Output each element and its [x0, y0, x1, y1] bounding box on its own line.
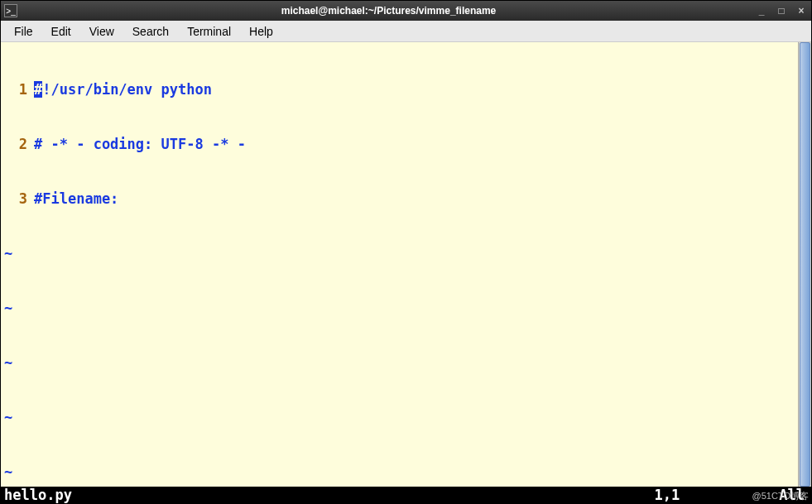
vertical-scrollbar[interactable] [798, 42, 811, 487]
line-number: 3 [1, 190, 34, 208]
line-text: !/usr/bin/env python [42, 81, 212, 98]
maximize-button[interactable]: □ [775, 4, 788, 17]
code-line: 1 #!/usr/bin/env python [1, 80, 798, 98]
menu-file[interactable]: File [6, 22, 41, 41]
cursor: # [34, 81, 42, 98]
watermark: @51CTO博客 [752, 490, 809, 502]
empty-line-marker: ~ [1, 299, 798, 317]
window-title: michael@michael:~/Pictures/vimme_filenam… [22, 5, 755, 17]
empty-line-marker: ~ [1, 353, 798, 372]
line-number: 1 [1, 80, 34, 98]
menu-help[interactable]: Help [241, 22, 281, 41]
close-button[interactable]: × [795, 4, 808, 17]
empty-line-marker: ~ [1, 408, 798, 426]
code-line: 2 # -* - coding: UTF-8 -* - [1, 135, 798, 153]
menu-terminal[interactable]: Terminal [179, 22, 239, 41]
editor-area[interactable]: 1 #!/usr/bin/env python 2 # -* - coding:… [1, 42, 811, 487]
code-line: 3 #Filename: [1, 190, 798, 208]
menu-edit[interactable]: Edit [43, 22, 79, 41]
menu-view[interactable]: View [81, 22, 123, 41]
empty-line-marker: ~ [1, 463, 798, 481]
line-number: 2 [1, 135, 34, 153]
status-filename: hello.py [4, 487, 655, 503]
line-content: #!/usr/bin/env python [34, 80, 212, 98]
window-titlebar: >_ michael@michael:~/Pictures/vimme_file… [1, 1, 811, 21]
minimize-button[interactable]: _ [755, 4, 768, 17]
menubar: File Edit View Search Terminal Help [1, 21, 811, 42]
menu-search[interactable]: Search [124, 22, 177, 41]
text-buffer[interactable]: 1 #!/usr/bin/env python 2 # -* - coding:… [1, 42, 798, 487]
line-content: # -* - coding: UTF-8 -* - [34, 135, 246, 153]
terminal-icon: >_ [4, 4, 17, 17]
line-content: #Filename: [34, 190, 118, 208]
vim-statusbar: hello.py 1,1 All [1, 487, 811, 503]
window-controls: _ □ × [755, 4, 808, 17]
scrollbar-thumb[interactable] [800, 42, 810, 487]
status-cursor-position: 1,1 [655, 487, 680, 503]
empty-line-marker: ~ [1, 244, 798, 262]
